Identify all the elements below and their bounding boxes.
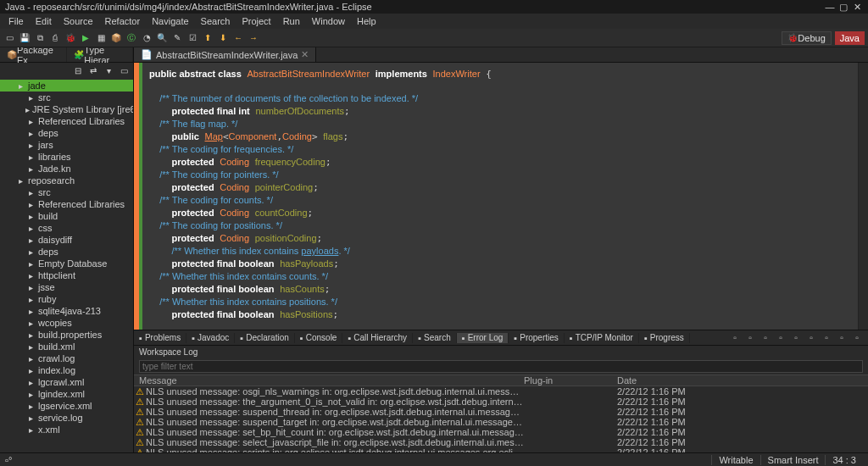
menu-navigate[interactable]: Navigate bbox=[147, 16, 193, 26]
view-menu-icon[interactable]: ▾ bbox=[103, 64, 114, 76]
file-tree[interactable]: ▸jade▸src▸JRE System Library [jre6]▸Refe… bbox=[0, 78, 133, 452]
menu-search[interactable]: Search bbox=[196, 16, 236, 26]
tab-type-hierarchy[interactable]: 🧩 Type Hierar bbox=[67, 47, 133, 62]
tree-item[interactable]: ▸deps bbox=[0, 246, 133, 258]
maximize-icon[interactable]: ▢ bbox=[837, 2, 849, 12]
tree-item[interactable]: ▸jars bbox=[0, 139, 133, 151]
log-row[interactable]: ⚠NLS unused message: suspend_target in: … bbox=[134, 417, 868, 427]
run-icon[interactable]: ▶ bbox=[80, 32, 92, 44]
log-row[interactable]: ⚠NLS unused message: the_argument_0_is_n… bbox=[134, 397, 868, 407]
tab-progress[interactable]: ▪Progress bbox=[639, 333, 690, 343]
tab-call-hierarchy[interactable]: ▪Call Hierarchy bbox=[342, 333, 413, 343]
close-tab-icon[interactable]: ✕ bbox=[301, 49, 309, 60]
task-icon[interactable]: ☑ bbox=[186, 32, 198, 44]
ext-tools-icon[interactable]: ▦ bbox=[95, 32, 107, 44]
tree-item[interactable]: ▸service.log bbox=[0, 412, 133, 424]
tree-item[interactable]: ▸daisydiff bbox=[0, 234, 133, 246]
tab-package-explorer[interactable]: 📦 Package Ex bbox=[0, 47, 67, 62]
tree-item[interactable]: ▸css bbox=[0, 222, 133, 234]
perspective-debug[interactable]: 🐞 Debug bbox=[782, 31, 831, 45]
tree-item[interactable]: ▸lgcrawl.xml bbox=[0, 376, 133, 388]
tree-item[interactable]: ▸sqlite4java-213 bbox=[0, 305, 133, 317]
menu-file[interactable]: File bbox=[3, 16, 29, 26]
link-editor-icon[interactable]: ⇄ bbox=[87, 64, 99, 76]
minimize-view-icon[interactable]: ▫ bbox=[836, 332, 848, 344]
menu-refactor[interactable]: Refactor bbox=[100, 16, 146, 26]
tree-item[interactable]: ▸httpclient bbox=[0, 269, 133, 281]
menu-window[interactable]: Window bbox=[307, 16, 350, 26]
tree-item[interactable]: ▸JRE System Library [jre6] bbox=[0, 103, 133, 115]
log-row[interactable]: ⚠NLS unused message: osgi_nls_warnings i… bbox=[134, 386, 868, 397]
new-icon[interactable]: ▭ bbox=[3, 32, 15, 44]
import-log-icon[interactable]: ▫ bbox=[744, 332, 756, 344]
forward-icon[interactable]: → bbox=[248, 32, 259, 44]
tab-problems[interactable]: ▪Problems bbox=[134, 333, 186, 343]
print-icon[interactable]: ⎙ bbox=[49, 32, 61, 44]
open-type-icon[interactable]: ◔ bbox=[141, 32, 153, 44]
next-annot-icon[interactable]: ⬇ bbox=[217, 32, 229, 44]
view-menu-icon[interactable]: ▫ bbox=[821, 332, 832, 344]
minimize-icon[interactable]: — bbox=[824, 2, 836, 12]
tree-item[interactable]: ▸build.xml bbox=[0, 341, 133, 352]
tab-console[interactable]: ▪Console bbox=[295, 333, 343, 343]
prev-annot-icon[interactable]: ⬆ bbox=[202, 32, 214, 44]
tree-item[interactable]: ▸x.xml bbox=[0, 424, 133, 435]
export-log-icon[interactable]: ▫ bbox=[729, 332, 741, 344]
new-package-icon[interactable]: 📦 bbox=[110, 32, 122, 44]
menu-help[interactable]: Help bbox=[352, 16, 381, 26]
menu-run[interactable]: Run bbox=[278, 16, 305, 26]
launch-icon[interactable]: ▫° bbox=[5, 455, 12, 465]
delete-log-icon[interactable]: ▫ bbox=[775, 332, 787, 344]
code-editor[interactable]: public abstract class AbstractBitStreamI… bbox=[142, 63, 868, 330]
tree-item[interactable]: ▸Empty Database bbox=[0, 258, 133, 269]
menu-source[interactable]: Source bbox=[58, 16, 98, 26]
tree-item[interactable]: ▸libraries bbox=[0, 151, 133, 163]
tree-item[interactable]: ▸Jade.kn bbox=[0, 163, 133, 175]
close-icon[interactable]: ✕ bbox=[851, 2, 863, 12]
menu-project[interactable]: Project bbox=[236, 16, 275, 26]
minimize-view-icon[interactable]: ▭ bbox=[118, 64, 130, 76]
debug-icon[interactable]: 🐞 bbox=[64, 32, 76, 44]
tree-item[interactable]: ▸lgservice.xml bbox=[0, 400, 133, 412]
tree-item[interactable]: ▸Referenced Libraries bbox=[0, 198, 133, 210]
tree-item[interactable]: ▸crawl.log bbox=[0, 352, 133, 364]
save-all-icon[interactable]: ⧉ bbox=[34, 32, 46, 44]
tree-item[interactable]: ▸reposearch bbox=[0, 175, 133, 186]
menu-edit[interactable]: Edit bbox=[31, 16, 57, 26]
tree-item[interactable]: ▸ruby bbox=[0, 293, 133, 305]
overview-ruler[interactable] bbox=[858, 63, 868, 330]
tab-search[interactable]: ▪Search bbox=[413, 333, 457, 343]
search-icon[interactable]: 🔍 bbox=[156, 32, 168, 44]
tab-tcp-ip-monitor[interactable]: ▪TCP/IP Monitor bbox=[565, 333, 639, 343]
log-row[interactable]: ⚠NLS unused message: select_javascript_f… bbox=[134, 437, 868, 447]
new-class-icon[interactable]: Ⓒ bbox=[125, 32, 137, 44]
open-log-icon[interactable]: ▫ bbox=[790, 332, 802, 344]
tree-item[interactable]: ▸lgindex.xml bbox=[0, 388, 133, 400]
tab-error-log[interactable]: ▪Error Log bbox=[457, 333, 509, 343]
log-body[interactable]: ⚠NLS unused message: osgi_nls_warnings i… bbox=[134, 386, 868, 452]
tree-item[interactable]: ▸src bbox=[0, 186, 133, 198]
editor-tab[interactable]: 📄 AbstractBitStreamIndexWriter.java ✕ bbox=[134, 47, 316, 62]
restore-log-icon[interactable]: ▫ bbox=[805, 332, 817, 344]
tree-item[interactable]: ▸src bbox=[0, 92, 133, 103]
tree-item[interactable]: ▸build bbox=[0, 210, 133, 222]
filter-input[interactable] bbox=[139, 360, 863, 373]
toggle-mark-icon[interactable]: ✎ bbox=[171, 32, 183, 44]
maximize-view-icon[interactable]: ▫ bbox=[851, 332, 863, 344]
log-row[interactable]: ⚠NLS unused message: suspend_thread in: … bbox=[134, 407, 868, 417]
tree-item[interactable]: ▸wcopies bbox=[0, 317, 133, 329]
perspective-java[interactable]: Java bbox=[835, 31, 865, 45]
collapse-all-icon[interactable]: ⊟ bbox=[72, 64, 84, 76]
tree-item[interactable]: ▸jsse bbox=[0, 281, 133, 293]
tree-item[interactable]: ▸index.log bbox=[0, 364, 133, 376]
tab-declaration[interactable]: ▪Declaration bbox=[235, 333, 295, 343]
tree-item[interactable]: ▸Referenced Libraries bbox=[0, 115, 133, 127]
save-icon[interactable]: 💾 bbox=[19, 32, 31, 44]
clear-log-icon[interactable]: ▫ bbox=[760, 332, 771, 344]
log-row[interactable]: ⚠NLS unused message: set_bp_hit_count in… bbox=[134, 427, 868, 437]
back-icon[interactable]: ← bbox=[232, 32, 244, 44]
tree-item[interactable]: ▸deps bbox=[0, 127, 133, 139]
tree-item[interactable]: ▸build.properties bbox=[0, 329, 133, 341]
tab-javadoc[interactable]: ▪Javadoc bbox=[186, 333, 235, 343]
tree-item[interactable]: ▸jade bbox=[0, 80, 133, 92]
